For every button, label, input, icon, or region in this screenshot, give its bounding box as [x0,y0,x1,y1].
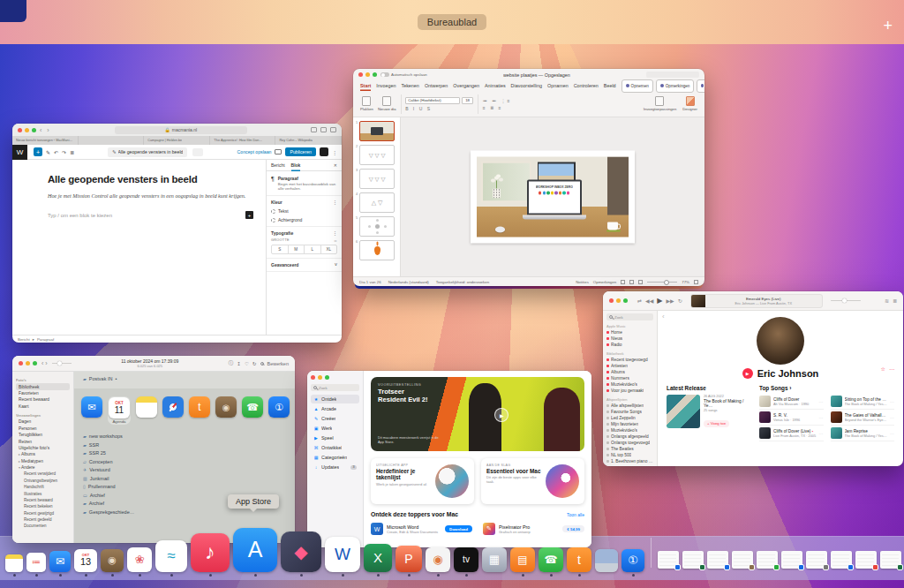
sidebar-item[interactable]: Recent bewaard [16,396,70,403]
sidebar-playlist-item[interactable]: Onlangs toegevoegd [606,440,653,446]
song-more-icon[interactable]: ⋯ [890,415,894,420]
album-artwork[interactable] [667,395,700,428]
document-title-pill[interactable]: ✎ Alle geopende vensters in beeld [108,147,187,157]
slide-thumbnail[interactable]: 2 [356,145,397,165]
back-forward-icons[interactable]: ‹ › [41,360,48,366]
traffic-lights[interactable] [18,128,36,132]
autosave-toggle[interactable]: Automatisch opslaan [380,72,427,77]
add-desktop-button[interactable]: + [883,18,893,34]
sidebar-item[interactable]: Handschrift [16,484,70,490]
paste-button[interactable]: Plakken [360,96,373,111]
browser-tab[interactable] [79,136,145,145]
sidebar-item[interactable]: Muziekvideo's [606,381,653,388]
sidebar-item[interactable]: Nummers [606,375,653,381]
ribbon-tab[interactable]: Diavoorstelling [511,83,542,88]
play-button[interactable]: ▶ [494,408,508,422]
comments-button[interactable]: Opmerkingen [593,280,616,284]
site-logo[interactable]: W [12,145,27,160]
sidebar-item[interactable]: Radio [606,342,653,348]
sidebar-item[interactable]: Dagen [16,418,70,425]
publish-button[interactable]: Publiceren [285,147,316,156]
traffic-lights[interactable] [311,375,359,380]
ribbon-tab[interactable]: Animaties [485,83,506,88]
song-row[interactable]: S. R. V. Venus Isle · 1996 ⋯ [759,410,824,426]
sidebar-item[interactable]: Recent verwijderd [16,471,70,477]
sidebar-item[interactable]: Nieuw [606,335,653,342]
ribbon-tab[interactable]: Start [360,80,371,91]
slide-thumbnail[interactable]: 1 [356,121,397,141]
sidebar-item[interactable]: Mediatypen [16,458,70,464]
font-name-select[interactable]: Calibri (Hoofdtekst) [405,97,460,104]
album-title[interactable]: The Book of Making / Ye… [704,399,750,408]
ribbon-tab[interactable]: Ontwerpen [425,83,448,88]
song-more-icon[interactable]: ⋯ [819,415,824,420]
zoom-slider[interactable] [647,282,677,283]
song-row[interactable]: Jam Reprise The Book of Making / Yeste… … [831,426,895,441]
options-menu-icon[interactable]: ⋮ [332,149,337,155]
inline-inserter-button[interactable]: + [245,211,253,219]
ribbon-tab[interactable]: Opnamen [547,83,569,88]
sidebar-item[interactable]: Personen [16,426,70,432]
sidebar-item[interactable]: ▶ Speel [311,433,359,442]
sidebar-item[interactable]: Recent gewijzigd [16,510,70,516]
add-album-button[interactable]: + Voeg toe [704,420,729,427]
song-row[interactable]: The Gates of Valhalla (feat. E… Beyond t… [831,410,895,426]
preview-icon[interactable] [275,149,282,155]
search-input[interactable]: Zoek [606,313,653,320]
sidebar-item[interactable]: Albums [16,451,70,457]
address-bar[interactable]: 🔒 macmania.nl [115,126,247,134]
ribbon-tab[interactable]: Tekenen [401,83,418,88]
artist-play-button[interactable]: ▶ [742,368,753,379]
get-button[interactable]: € 54,99 [562,525,584,532]
app-row[interactable]: W Microsoft Word Create, Edit & Share Do… [371,521,472,537]
list-buttons[interactable]: ≔ ≕ ⋮≡ [483,98,512,103]
safari-wordpress-window[interactable]: ‹ › 🔒 macmania.nl Nieuw bericht toevoege… [12,124,342,343]
slide-thumbnail[interactable]: 5 [356,216,397,237]
tab-blok[interactable]: Blok [291,160,301,171]
app-row[interactable]: ✎ Pixelmator Pro Grafisch en ontwerp € 5… [483,521,584,537]
back-forward-icons[interactable]: ‹ › [40,127,51,133]
sidebar-item[interactable]: Home [606,329,653,335]
space-label[interactable]: Bureaublad [418,14,486,30]
edit-button[interactable]: Bewerken [267,361,289,366]
story-card[interactable]: AAN DE SLAG Essentieel voor Mac Dit zijn… [481,458,584,504]
browser-tab[interactable]: 'The Apprentice': How film Don… [210,136,276,145]
photos-window[interactable]: ‹ › 11 oktober 2024 om 17:39:09 6.025 va… [12,356,295,543]
sidebar-item[interactable]: ✎ Creëer [311,414,359,423]
sidebar-item[interactable]: Albums [606,369,653,375]
sidebar-playlist-item[interactable]: Led Zeppelin [606,415,653,421]
slide-thumbnail[interactable]: 3 [356,169,397,189]
typography-options-icon[interactable]: ⋮ [333,230,337,236]
sidebar-item[interactable]: Favorieten [16,390,70,396]
ribbon-tab[interactable]: Controleren [574,83,599,88]
font-style-buttons[interactable]: B I U S [405,106,473,111]
redo-icon[interactable]: ↷ [62,149,66,155]
sidebar-item[interactable]: Voor jou gemaakt [606,388,653,394]
song-more-icon[interactable]: ⋯ [890,399,894,404]
thumbnail-zoom-slider[interactable] [52,363,72,365]
play-icon[interactable]: ▶ [657,297,662,305]
background-color-row[interactable]: Achtergrond [271,217,337,222]
favorite-heart-icon[interactable]: ♡ [245,361,249,366]
sidebar-playlist-item[interactable]: NL top 500 [606,452,653,458]
sidebar-item[interactable]: ⌘ Ontwikkel [311,443,359,452]
sidebar-playlist-item[interactable]: Onlangs afgespeeld [606,433,653,440]
font-size-select[interactable]: 18 [462,97,473,104]
slide-canvas[interactable]: WORKSHOP INBOX ZERO [401,117,704,276]
edit-tool-icon[interactable]: ✎ [46,149,50,155]
chevron-down-icon[interactable]: ˅ [335,262,337,268]
app-store-window[interactable]: Zoek ★ Ontdek ▲ Arcade ✎ Creëer [307,371,591,547]
list-view-icon[interactable]: ≣ [70,149,74,155]
previous-icon[interactable]: ◀◀ [645,298,653,304]
sidebar-item[interactable]: ★ Ontdek [311,395,359,403]
text-color-row[interactable]: Tekst [271,208,337,214]
sidebar-item[interactable]: Verzamelingen [16,412,70,418]
notes-button[interactable]: Notities [576,280,589,284]
breadcrumb-root[interactable]: Bericht [18,337,30,342]
sidebar-item[interactable]: Kaart [16,403,70,410]
editor-canvas[interactable]: Alle geopende vensters in beeld Hoe je m… [12,160,266,335]
undo-icon[interactable]: ↶ [54,149,58,155]
sidebar-item[interactable]: Documenten [16,523,70,529]
ribbon-tab[interactable]: Invoegen [376,83,396,88]
slide-thumbnail[interactable]: 4 [356,192,397,213]
